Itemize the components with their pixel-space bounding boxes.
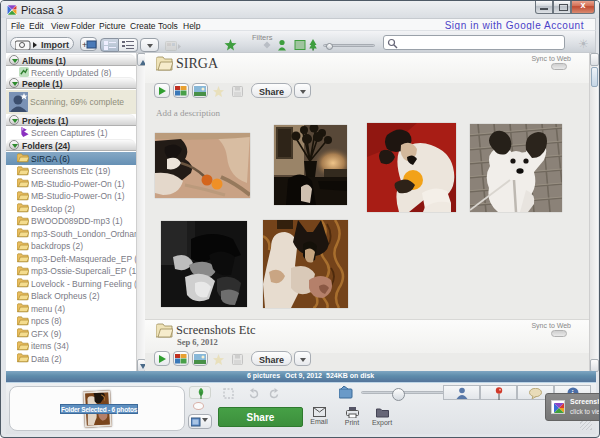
svg-text:+: + xyxy=(82,40,87,50)
